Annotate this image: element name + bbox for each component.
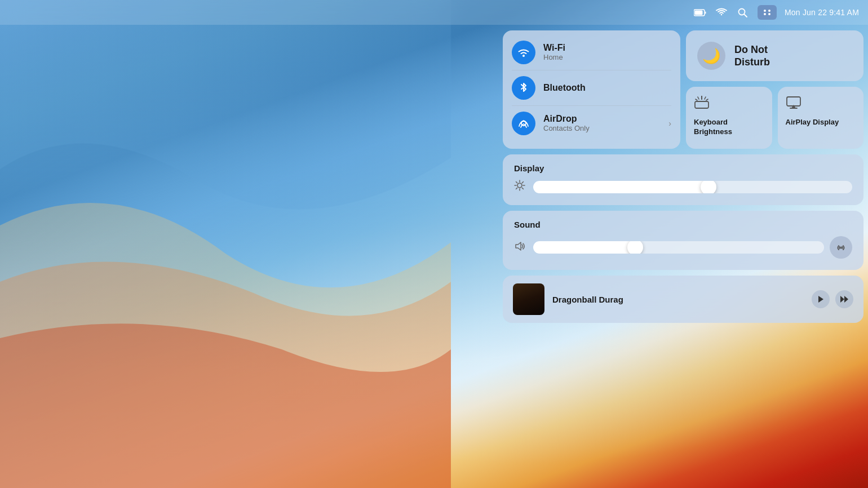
display-brightness-knob[interactable] [701, 181, 716, 193]
airdrop-subtitle: Contacts Only [543, 124, 590, 134]
svg-marker-30 [818, 296, 823, 303]
bluetooth-text: Bluetooth [543, 82, 586, 93]
airdrop-title: AirDrop [543, 113, 590, 124]
dnd-icon: 🌙 [697, 42, 725, 70]
right-column: 🌙 Do NotDisturb [686, 30, 863, 149]
airplay-display-label: AirPlay Display [786, 118, 839, 127]
display-section: Display [503, 154, 863, 205]
svg-line-17 [706, 99, 708, 100]
svg-marker-32 [844, 296, 848, 303]
svg-line-27 [522, 182, 523, 183]
display-slider-row [514, 180, 852, 194]
svg-point-6 [768, 10, 770, 12]
playback-controls [812, 290, 853, 308]
control-center-menubar-icon[interactable] [758, 5, 777, 20]
bluetooth-tile[interactable]: Bluetooth [503, 70, 680, 105]
sound-title: Sound [514, 220, 852, 229]
volume-icon [514, 241, 528, 254]
fast-forward-button[interactable] [835, 290, 853, 308]
svg-line-14 [698, 97, 699, 99]
do-not-disturb-tile[interactable]: 🌙 Do NotDisturb [686, 30, 863, 81]
sound-section: Sound [503, 211, 863, 270]
menu-bar: Mon Jun 22 9:41 AM [0, 0, 868, 25]
wifi-subtitle: Home [543, 53, 565, 63]
svg-point-29 [840, 247, 842, 249]
wifi-tile[interactable]: Wi-Fi Home [503, 35, 680, 70]
wifi-text: Wi-Fi Home [543, 42, 565, 63]
keyboard-brightness-icon [694, 96, 710, 113]
airplay-display-tile[interactable]: AirPlay Display [778, 87, 864, 149]
svg-point-8 [768, 13, 770, 15]
volume-knob[interactable] [627, 241, 643, 254]
bottom-right-tiles: Keyboard Brightness AirPlay Display [686, 87, 863, 149]
display-brightness-slider[interactable] [533, 181, 852, 193]
wifi-title: Wi-Fi [543, 42, 565, 53]
svg-marker-31 [840, 296, 844, 303]
album-art [513, 283, 544, 315]
search-menubar-icon[interactable] [736, 6, 750, 19]
volume-slider[interactable] [533, 241, 824, 254]
airdrop-chevron: › [668, 119, 671, 128]
svg-point-20 [517, 183, 522, 188]
now-playing-section: Dragonball Durag [503, 276, 863, 323]
battery-icon[interactable] [693, 6, 707, 19]
svg-point-9 [522, 55, 525, 57]
keyboard-brightness-tile[interactable]: Keyboard Brightness [686, 87, 772, 149]
svg-line-26 [522, 188, 523, 189]
volume-fill [533, 241, 635, 254]
sound-slider-row [514, 236, 852, 259]
svg-line-25 [516, 182, 517, 183]
network-tiles: Wi-Fi Home Bluetooth [503, 30, 680, 149]
dnd-title: Do NotDisturb [734, 44, 770, 68]
keyboard-brightness-label: Keyboard Brightness [694, 118, 764, 137]
display-brightness-fill [533, 181, 708, 193]
airplay-sound-button[interactable] [830, 236, 852, 259]
bluetooth-icon-circle [512, 76, 535, 100]
top-grid: Wi-Fi Home Bluetooth [503, 30, 863, 149]
datetime-display[interactable]: Mon Jun 22 9:41 AM [785, 8, 859, 17]
control-center-panel: Wi-Fi Home Bluetooth [503, 30, 863, 323]
now-playing-title: Dragonball Durag [552, 295, 804, 304]
play-button[interactable] [812, 290, 830, 308]
airdrop-icon-circle [512, 112, 535, 135]
svg-line-15 [705, 97, 706, 99]
airdrop-tile[interactable]: AirDrop Contacts Only › [503, 106, 680, 141]
wifi-menubar-icon[interactable] [715, 6, 728, 19]
svg-line-4 [744, 14, 747, 17]
airplay-display-icon [786, 96, 801, 113]
airdrop-text: AirDrop Contacts Only [543, 113, 590, 134]
svg-rect-18 [787, 97, 800, 106]
svg-point-5 [764, 10, 766, 12]
svg-rect-11 [695, 101, 708, 108]
brightness-icon [514, 180, 528, 194]
svg-rect-2 [705, 11, 706, 14]
wifi-icon-circle [512, 41, 535, 64]
dnd-text: Do NotDisturb [734, 43, 770, 69]
bluetooth-title: Bluetooth [543, 82, 586, 93]
svg-point-7 [764, 13, 766, 15]
display-title: Display [514, 163, 852, 173]
svg-line-16 [696, 99, 697, 100]
svg-rect-1 [694, 10, 702, 15]
album-art-image [513, 283, 544, 315]
now-playing-info: Dragonball Durag [552, 295, 804, 304]
svg-line-28 [516, 188, 517, 189]
